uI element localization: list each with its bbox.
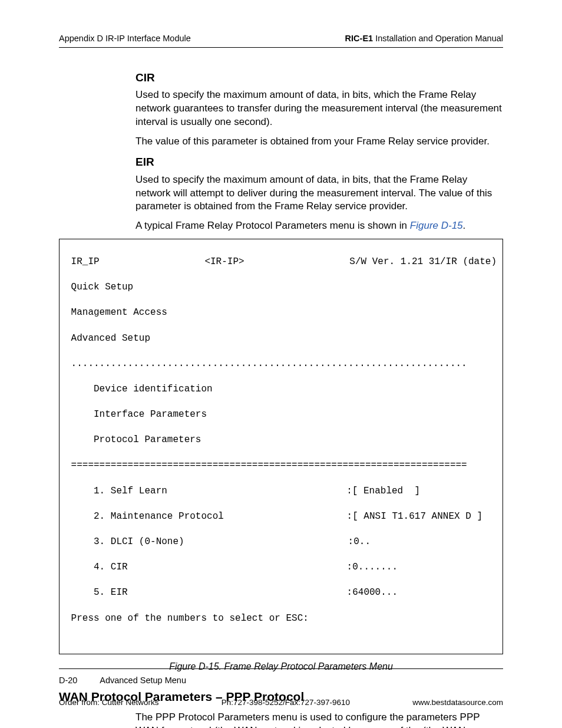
content: CIR Used to specify the maximum amount o… xyxy=(59,48,503,728)
term-text: Press one of the numbers to select or ES… xyxy=(65,612,497,625)
para: The PPP Protocol Parameters menu is used… xyxy=(135,711,503,728)
term-text: :64000... xyxy=(347,587,497,599)
text: A typical Frame Relay Protocol Parameter… xyxy=(135,220,410,231)
text: . xyxy=(463,220,466,231)
term-text: :[ ANSI T1.617 ANNEX D ] xyxy=(347,510,497,523)
term-text: Protocol Parameters xyxy=(65,434,497,447)
term-text: S/W Ver. 1.21 31/IR (date) xyxy=(349,256,497,269)
section-eir: EIR Used to specify the maximum amount o… xyxy=(135,154,503,233)
header-right-rest: Installation and Operation Manual xyxy=(373,34,503,43)
term-text: Device identification xyxy=(65,383,497,396)
text: The PPP Protocol Parameters menu is used… xyxy=(135,711,480,728)
term-text: ========================================… xyxy=(65,459,497,472)
term-text: :[ Enabled ] xyxy=(346,485,497,498)
section-wan-intro: The PPP Protocol Parameters menu is used… xyxy=(135,711,503,728)
term-text: ........................................… xyxy=(65,358,497,371)
header-right: RIC-E1 Installation and Operation Manual xyxy=(345,33,503,45)
para: The value of this parameter is obtained … xyxy=(135,135,503,149)
heading-eir: EIR xyxy=(135,154,503,170)
term-text: 1. Self Learn xyxy=(65,485,167,498)
figure-ref-link[interactable]: Figure D-15 xyxy=(410,220,463,231)
term-text: 3. DLCI (0-None) xyxy=(65,536,184,549)
term-text: 4. CIR xyxy=(65,561,128,574)
footer-section: D-20 Advanced Setup Menu xyxy=(59,668,503,687)
section-name: Advanced Setup Menu xyxy=(100,676,186,685)
page-header: Appendix D IR-IP Interface Module RIC-E1… xyxy=(59,33,503,48)
term-text: <IR-IP> xyxy=(204,256,244,269)
term-text: :0.. xyxy=(348,536,497,549)
vendor-left: Order from: Cutter Networks xyxy=(59,697,159,708)
term-text: IR_IP xyxy=(65,256,100,269)
term-text: Quick Setup xyxy=(65,281,497,294)
term-text: :0....... xyxy=(347,561,497,574)
para: A typical Frame Relay Protocol Parameter… xyxy=(135,219,503,233)
term-text: Management Access xyxy=(65,307,497,319)
term-text: 5. EIR xyxy=(65,587,128,599)
vendor-right: www.bestdatasource.com xyxy=(412,697,503,708)
terminal-output: IR_IP<IR-IP>S/W Ver. 1.21 31/IR (date) Q… xyxy=(59,239,503,654)
page: Appendix D IR-IP Interface Module RIC-E1… xyxy=(0,0,562,728)
header-right-bold: RIC-E1 xyxy=(345,34,373,43)
footer-vendor: Order from: Cutter Networks Ph:727-398-5… xyxy=(59,697,503,708)
vendor-mid: Ph:727-398-5252/Fax:727-397-9610 xyxy=(222,697,350,708)
header-left: Appendix D IR-IP Interface Module xyxy=(59,33,191,45)
section-cir: CIR Used to specify the maximum amount o… xyxy=(135,70,503,149)
term-text: 2. Maintenance Protocol xyxy=(65,510,224,523)
para: Used to specify the maximum amount of da… xyxy=(135,173,503,214)
term-text: Interface Parameters xyxy=(65,409,497,421)
page-number: D-20 xyxy=(59,675,98,687)
para: Used to specify the maximum amount of da… xyxy=(135,88,503,129)
heading-cir: CIR xyxy=(135,70,503,85)
term-text: Advanced Setup xyxy=(65,332,497,345)
